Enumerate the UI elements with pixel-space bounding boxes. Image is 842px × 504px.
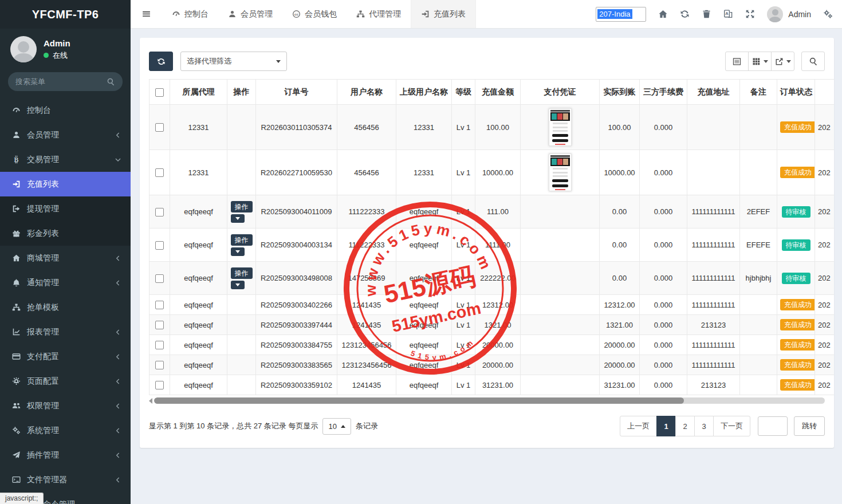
row-checkbox[interactable] — [155, 381, 164, 389]
row-action-caret[interactable] — [231, 247, 245, 256]
page-button-下一页[interactable]: 下一页 — [713, 416, 750, 436]
row-checkbox[interactable] — [155, 168, 164, 177]
sidebar-item-3[interactable]: 充值列表 — [0, 172, 131, 196]
admin-menu[interactable]: Admin — [767, 6, 811, 22]
row-checkbox[interactable] — [155, 123, 164, 132]
sidebar-item-15[interactable]: 文件管理器 — [0, 467, 131, 492]
sidebar-item-label: 提现管理 — [27, 204, 121, 214]
page-size-select[interactable]: 10 — [322, 418, 351, 435]
sidebar-item-10[interactable]: 支付配置 — [0, 344, 131, 369]
agent-filter-select[interactable]: 选择代理筛选 — [180, 52, 287, 71]
sidebar-item-9[interactable]: 报表管理 — [0, 320, 131, 344]
cell-action — [227, 105, 256, 150]
cell-remark — [740, 355, 777, 375]
row-action-dropdown[interactable]: 操作 — [231, 267, 253, 289]
settings-button[interactable] — [823, 9, 833, 19]
row-checkbox[interactable] — [155, 241, 164, 250]
row-action-caret[interactable] — [231, 214, 245, 223]
nav-tab-3[interactable]: 代理管理 — [347, 0, 411, 28]
page-button-2[interactable]: 2 — [675, 416, 695, 436]
row-checkbox[interactable] — [155, 321, 164, 329]
search-toggle-button[interactable] — [801, 52, 825, 71]
cell-fee: 0.000 — [640, 150, 687, 195]
nav-tab-1[interactable]: 会员管理 — [218, 0, 282, 28]
cell-agent: 12331 — [170, 150, 227, 195]
export-button[interactable] — [771, 52, 794, 71]
row-checkbox[interactable] — [155, 208, 164, 216]
refresh-button[interactable] — [680, 9, 690, 19]
column-header: 用户名称 — [337, 80, 396, 105]
sidebar-item-8[interactable]: 抢单模板 — [0, 295, 131, 320]
cell-parent-user: eqfqeeqf — [396, 375, 452, 395]
page-jump-input[interactable] — [758, 416, 788, 436]
sidebar-item-label: 交易管理 — [27, 155, 108, 165]
chevron-left-icon — [115, 255, 121, 262]
sidebar-item-13[interactable]: 系统管理 — [0, 418, 131, 443]
nav-tab-label: 控制台 — [184, 9, 208, 19]
cell-user: 456456 — [337, 105, 396, 150]
cell-parent-user: eqfqeeqf — [396, 335, 452, 355]
chevron-up-icon — [341, 425, 345, 428]
cell-status: 充值成功 — [777, 150, 815, 195]
cell-status: 充值成功 — [777, 315, 815, 335]
scrollbar-track[interactable] — [154, 397, 825, 404]
cell-address — [687, 150, 740, 195]
table-row: eqfqeeqf操作R2025093003498008147258369eqfq… — [149, 262, 835, 295]
row-checkbox[interactable] — [155, 361, 164, 369]
toggle-view-button[interactable] — [725, 52, 749, 71]
row-checkbox[interactable] — [155, 341, 164, 349]
refresh-table-button[interactable] — [149, 52, 173, 71]
nav-tab-4[interactable]: 充值列表 — [411, 0, 476, 28]
caret-down-icon — [235, 284, 240, 286]
sidebar-item-0[interactable]: 控制台 — [0, 98, 131, 123]
page-button-上一页[interactable]: 上一页 — [620, 416, 657, 436]
sitemap-icon — [12, 303, 21, 312]
cell-remark: 2EFEF — [740, 195, 777, 229]
cell-created: 202 — [815, 262, 835, 295]
clear-cache-button[interactable] — [702, 9, 711, 19]
language-button[interactable]: A — [723, 9, 733, 19]
scrollbar-thumb[interactable] — [154, 397, 684, 404]
payment-proof-image[interactable] — [549, 153, 572, 191]
scroll-left-arrow-icon[interactable] — [149, 398, 152, 404]
sidebar-item-11[interactable]: 页面配置 — [0, 369, 131, 393]
nav-tab-0[interactable]: 控制台 — [162, 0, 218, 28]
page-jump-button[interactable]: 跳转 — [794, 416, 825, 436]
sidebar-item-12[interactable]: 权限管理 — [0, 393, 131, 418]
row-action-caret[interactable] — [231, 281, 245, 289]
recharge-table: 所属代理操作订单号用户名称上级用户名称等级充值金额支付凭证实际到账三方手续费充值… — [149, 79, 834, 395]
sidebar-item-1[interactable]: 会员管理 — [0, 123, 131, 147]
chevron-down-icon — [115, 156, 121, 163]
row-action-dropdown[interactable]: 操作 — [231, 201, 253, 223]
sidebar-item-14[interactable]: 插件管理 — [0, 443, 131, 467]
menu-search-input[interactable]: 搜索菜单 — [8, 72, 123, 91]
sidebar-item-2[interactable]: B交易管理 — [0, 147, 131, 172]
payment-proof-image[interactable] — [549, 108, 572, 146]
row-action-dropdown[interactable]: 操作 — [231, 234, 253, 256]
cell-agent: eqfqeeqf — [170, 335, 227, 355]
cell-address: 111111111111 — [687, 295, 740, 315]
sidebar-item-4[interactable]: 提现管理 — [0, 196, 131, 221]
sidebar-item-7[interactable]: 通知管理 — [0, 270, 131, 295]
column-header: 订单状态 — [777, 80, 815, 105]
home-button[interactable] — [658, 9, 668, 19]
row-checkbox[interactable] — [155, 274, 164, 283]
nav-tab-2[interactable]: cc会员钱包 — [282, 0, 347, 28]
horizontal-scrollbar[interactable] — [149, 397, 825, 404]
page-button-1[interactable]: 1 — [656, 416, 676, 436]
sidebar-toggle-button[interactable] — [131, 0, 162, 28]
cell-remark: EFEFE — [740, 229, 777, 262]
sidebar-item-5[interactable]: 彩金列表 — [0, 221, 131, 246]
svg-text:cc: cc — [294, 12, 298, 16]
sidebar-item-label: 会员管理 — [27, 130, 108, 140]
frame-search-input[interactable]: 207-India — [596, 7, 646, 22]
cell-amount: 12312.00 — [475, 295, 521, 315]
row-checkbox[interactable] — [155, 301, 164, 309]
columns-button[interactable] — [748, 52, 772, 71]
column-header: 所属代理 — [170, 80, 227, 105]
cell-address: 111111111111 — [687, 195, 740, 229]
select-all-checkbox[interactable] — [155, 88, 164, 97]
fullscreen-button[interactable] — [745, 9, 755, 19]
page-button-3[interactable]: 3 — [694, 416, 714, 436]
sidebar-item-6[interactable]: 商城管理 — [0, 246, 131, 270]
